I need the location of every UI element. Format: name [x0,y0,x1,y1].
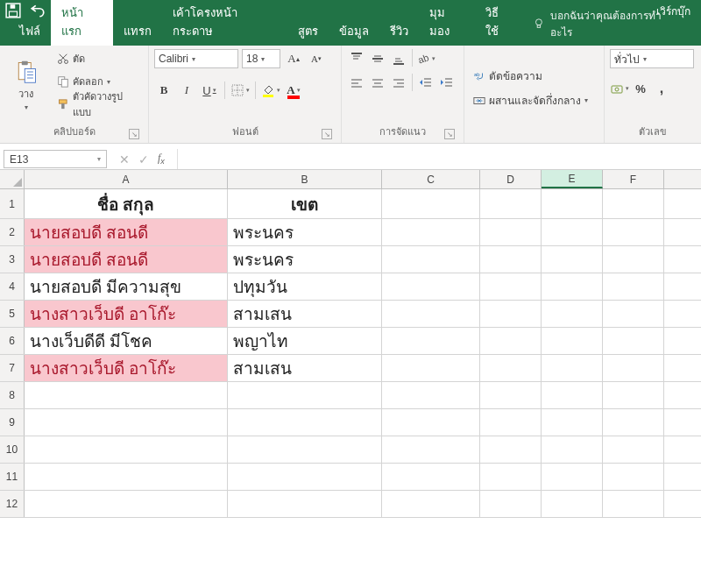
cell-B5[interactable]: สามเสน [228,301,382,327]
tab-review[interactable]: รีวิว [379,17,419,46]
cell-C11[interactable] [382,464,480,490]
fill-color-button[interactable]: ▾ [261,81,280,100]
row-header[interactable]: 6 [0,328,25,354]
cell-D7[interactable] [480,355,542,381]
cell-C5[interactable] [382,301,480,327]
cell-A11[interactable] [25,464,228,490]
cell-B11[interactable] [228,464,382,490]
cell-C7[interactable] [382,355,480,381]
cell-D12[interactable] [480,491,542,517]
cell-A3[interactable]: นายสอบดี สอนดี [25,246,228,273]
cell-C2[interactable] [382,219,480,245]
merge-center-button[interactable]: ผสานและจัดกึ่งกลาง ▾ [470,91,598,110]
wrap-text-button[interactable]: ab ตัดข้อความ [470,67,598,86]
align-top-button[interactable] [347,49,366,68]
tab-view[interactable]: มุมมอง [419,0,476,46]
cell-C10[interactable] [382,436,480,463]
cell-D11[interactable] [480,464,542,490]
align-center-button[interactable] [368,74,387,93]
row-header[interactable]: 9 [0,409,25,436]
cut-button[interactable]: ตัด [53,49,143,68]
cancel-formula-button[interactable]: ✕ [119,152,130,166]
cell-D1[interactable] [480,189,542,218]
alignment-dialog-launcher[interactable]: ↘ [444,129,455,139]
cell-F4[interactable] [603,273,664,300]
cell-E11[interactable] [542,464,603,490]
cell-F9[interactable] [603,409,664,436]
align-bottom-button[interactable] [389,49,408,68]
select-all-corner[interactable] [0,170,25,188]
cell-B10[interactable] [228,436,382,463]
increase-indent-button[interactable] [437,74,457,93]
cell-C8[interactable] [382,382,480,408]
col-header-B[interactable]: B [228,170,382,188]
row-header[interactable]: 7 [0,355,25,381]
cell-B4[interactable]: ปทุมวัน [228,273,382,300]
decrease-indent-button[interactable] [416,74,435,93]
fx-icon[interactable]: fx [158,152,165,166]
cell-A10[interactable] [25,436,228,463]
cell-D3[interactable] [480,246,542,273]
cell-A2[interactable]: นายสอบดี สอนดี [25,219,228,245]
col-header-C[interactable]: C [382,170,480,188]
cell-B8[interactable] [228,382,382,408]
col-header-A[interactable]: A [25,170,228,188]
cell-E8[interactable] [542,382,603,408]
cell-F12[interactable] [603,491,664,517]
cell-B6[interactable]: พญาไท [228,328,382,354]
align-middle-button[interactable] [368,49,387,68]
row-header[interactable]: 11 [0,464,25,490]
cell-F5[interactable] [603,301,664,327]
cell-E4[interactable] [542,273,603,300]
cell-D4[interactable] [480,273,542,300]
cell-A8[interactable] [25,382,228,408]
grow-font-button[interactable]: A▴ [284,49,303,68]
cell-E10[interactable] [542,436,603,463]
cell-D5[interactable] [480,301,542,327]
cell-C12[interactable] [382,491,480,517]
col-header-F[interactable]: F [603,170,664,188]
redo-icon[interactable] [54,3,70,18]
cell-F7[interactable] [603,355,664,381]
col-header-D[interactable]: D [480,170,542,188]
row-header[interactable]: 2 [0,219,25,245]
bold-button[interactable]: B [154,81,173,100]
cell-C4[interactable] [382,273,480,300]
borders-button[interactable]: ▾ [230,81,250,100]
font-name-combo[interactable]: Calibri▾ [154,49,238,68]
cell-C3[interactable] [382,246,480,273]
format-painter-button[interactable]: ตัวคัดวางรูปแบบ [53,95,143,114]
orientation-button[interactable]: ab▾ [416,49,435,68]
name-box[interactable]: E13 ▾ [4,150,107,168]
tell-me[interactable]: บอกฉันว่าคุณต้องการทำอะไร [522,2,692,46]
col-header-E[interactable]: E [542,170,603,188]
cell-A7[interactable]: นางสาวเว็บดี อาโก๊ะ [25,355,228,381]
align-right-button[interactable] [389,74,408,93]
cell-E7[interactable] [542,355,603,381]
percent-button[interactable]: % [631,79,650,98]
cell-F10[interactable] [603,436,664,463]
cell-B7[interactable]: สามเสน [228,355,382,381]
italic-button[interactable]: I [177,81,196,100]
shrink-font-button[interactable]: A▾ [307,49,326,68]
cell-F3[interactable] [603,246,664,273]
number-format-combo[interactable]: ทั่วไป▾ [610,49,694,68]
comma-button[interactable]: , [652,79,671,98]
cell-D6[interactable] [480,328,542,354]
align-left-button[interactable] [347,74,366,93]
row-header[interactable]: 10 [0,436,25,463]
formula-input[interactable] [177,149,701,169]
font-color-button[interactable]: A ▾ [284,81,303,100]
cell-C6[interactable] [382,328,480,354]
cell-F1[interactable] [603,189,664,218]
cell-E6[interactable] [542,328,603,354]
cell-E9[interactable] [542,409,603,436]
paste-button[interactable]: วาง ▾ [5,49,46,122]
cell-A9[interactable] [25,409,228,436]
cell-A4[interactable]: นายสอบดี มีความสุข [25,273,228,300]
tab-file[interactable]: ไฟล์ [9,17,51,46]
cell-F6[interactable] [603,328,664,354]
cell-B3[interactable]: พระนคร [228,246,382,273]
cell-B1[interactable]: เขต [228,189,382,218]
cell-C1[interactable] [382,189,480,218]
